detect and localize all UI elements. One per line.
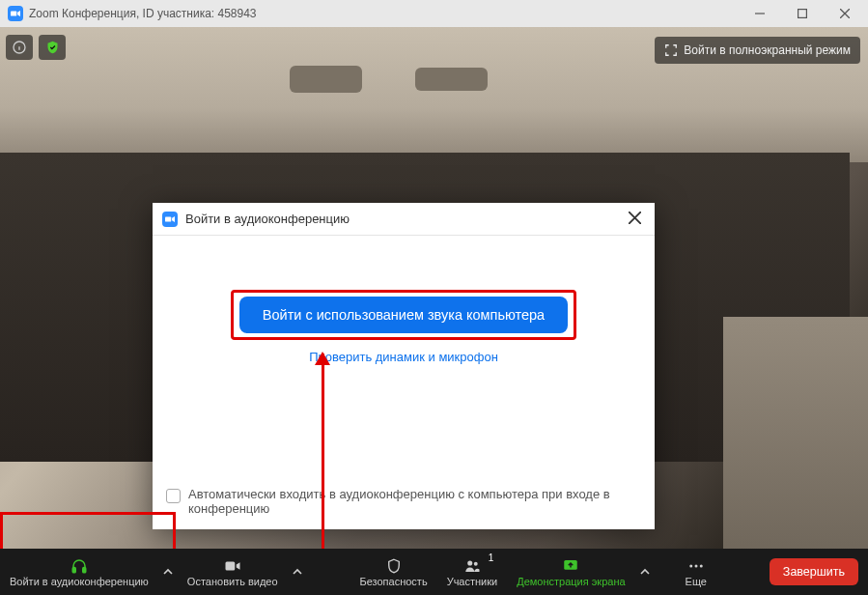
- join-audio-dialog: Войти в аудиоконференцию Войти с использ…: [153, 203, 655, 529]
- svg-rect-0: [11, 12, 16, 16]
- annotation-highlight: Войти с использованием звука компьютера: [231, 290, 576, 340]
- close-button[interactable]: [824, 0, 866, 27]
- svg-point-12: [700, 564, 703, 567]
- dialog-close-button[interactable]: [625, 208, 645, 231]
- window-title: Zoom Конференция, ID участника: 458943: [29, 7, 257, 20]
- video-options-chevron[interactable]: [288, 549, 307, 595]
- zoom-app-icon: [8, 6, 23, 21]
- minimize-button[interactable]: [739, 0, 781, 27]
- join-with-computer-audio-button[interactable]: Войти с использованием звука компьютера: [239, 297, 568, 333]
- info-icon[interactable]: [6, 35, 33, 60]
- participants-label: Участники: [447, 576, 498, 587]
- security-label: Безопасность: [359, 576, 427, 587]
- svg-point-11: [694, 564, 697, 567]
- annotation-arrow-head: [315, 352, 330, 365]
- svg-rect-5: [83, 567, 86, 572]
- chevron-up-icon: [163, 567, 173, 577]
- svg-point-7: [467, 560, 472, 565]
- svg-rect-4: [72, 567, 75, 572]
- zoom-dialog-icon: [162, 212, 178, 227]
- more-button[interactable]: Еще: [676, 549, 716, 595]
- join-audio-button[interactable]: Войти в аудиоконференцию: [0, 549, 158, 595]
- more-label: Еще: [686, 576, 707, 587]
- encryption-shield-icon[interactable]: [39, 35, 66, 60]
- participants-button[interactable]: 1 Участники: [437, 549, 508, 595]
- chevron-up-icon: [293, 567, 302, 577]
- shield-icon: [384, 557, 404, 575]
- share-screen-label: Демонстрация экрана: [517, 576, 625, 587]
- svg-point-10: [689, 564, 692, 567]
- svg-rect-1: [798, 10, 807, 18]
- more-icon: [686, 557, 706, 575]
- participants-icon: [462, 557, 482, 575]
- window-titlebar: Zoom Конференция, ID участника: 458943: [0, 0, 868, 27]
- maximize-button[interactable]: [781, 0, 824, 27]
- fullscreen-icon: [664, 43, 678, 57]
- headphones-icon: [70, 557, 89, 575]
- stop-video-button[interactable]: Остановить видео: [178, 549, 288, 595]
- svg-rect-6: [225, 561, 235, 570]
- share-options-chevron[interactable]: [635, 549, 655, 595]
- chevron-up-icon: [640, 567, 650, 577]
- test-speaker-microphone-link[interactable]: Проверить динамик и микрофон: [309, 350, 498, 364]
- annotation-arrow: [322, 354, 324, 551]
- meeting-toolbar: Войти в аудиоконференцию Остановить виде…: [0, 549, 868, 595]
- share-screen-button[interactable]: Демонстрация экрана: [507, 549, 634, 595]
- end-meeting-button[interactable]: Завершить: [770, 558, 858, 585]
- auto-join-audio-label: Автоматически входить в аудиоконференцию…: [188, 487, 641, 516]
- join-audio-label: Войти в аудиоконференцию: [10, 576, 149, 587]
- participants-count-badge: 1: [489, 552, 494, 563]
- security-button[interactable]: Безопасность: [350, 549, 436, 595]
- svg-point-8: [474, 561, 478, 565]
- video-icon: [223, 557, 242, 575]
- audio-options-chevron[interactable]: [158, 549, 178, 595]
- svg-rect-3: [165, 216, 171, 221]
- enter-fullscreen-button[interactable]: Войти в полноэкранный режим: [655, 37, 860, 64]
- close-icon: [629, 212, 641, 224]
- fullscreen-label: Войти в полноэкранный режим: [684, 43, 851, 57]
- auto-join-audio-checkbox[interactable]: [166, 489, 181, 503]
- stop-video-label: Остановить видео: [187, 576, 278, 587]
- share-screen-icon: [561, 557, 580, 575]
- dialog-title: Войти в аудиоконференцию: [185, 212, 350, 226]
